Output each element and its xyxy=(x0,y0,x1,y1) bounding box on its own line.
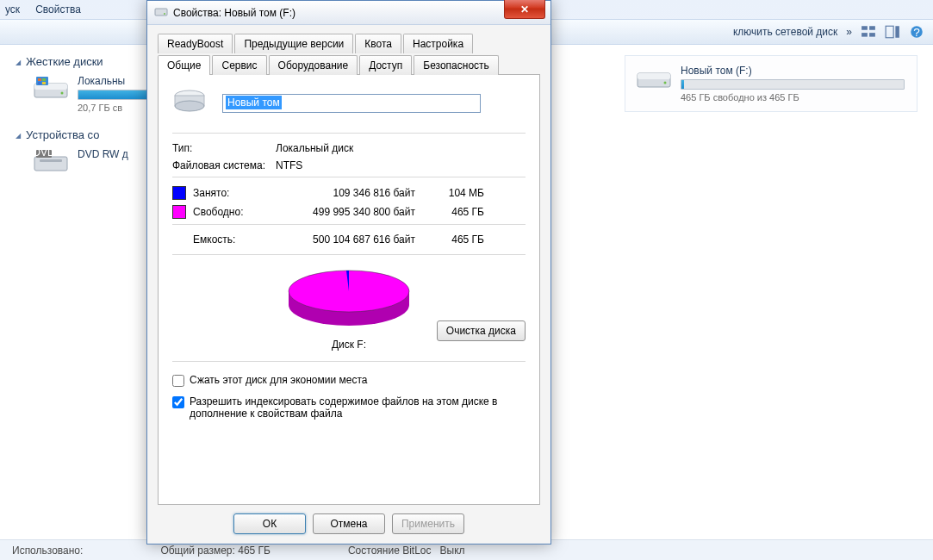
free-human: 465 ГБ xyxy=(415,206,484,218)
status-total-label: Общий размер: xyxy=(160,544,234,557)
hdd-icon xyxy=(636,65,672,92)
fs-value: NTFS xyxy=(276,159,526,171)
dvd-icon: DVD xyxy=(33,148,69,176)
dialog-titlebar[interactable]: Свойства: Новый том (F:) ✕ xyxy=(147,1,550,25)
tab-panel-general: Новый том Тип:Локальный диск Файловая си… xyxy=(158,74,540,505)
dialog-title: Свойства: Новый том (F:) xyxy=(173,7,295,19)
tab-readyboost[interactable]: ReadyBoost xyxy=(158,34,233,53)
svg-point-27 xyxy=(175,101,204,111)
drive-f-bar xyxy=(681,79,905,90)
svg-rect-17 xyxy=(40,159,62,162)
volume-name-input[interactable]: Новый том xyxy=(222,94,481,113)
list-item[interactable]: Новый том (F:) 465 ГБ свободно из 465 ГБ xyxy=(625,55,917,112)
used-label: Занято: xyxy=(193,187,274,199)
cancel-button[interactable]: Отмена xyxy=(313,513,385,534)
status-bitloc-label: Состояние BitLoc xyxy=(348,544,432,557)
svg-rect-4 xyxy=(886,26,893,38)
drive-f-name: Новый том (F:) xyxy=(681,65,905,77)
used-swatch xyxy=(172,186,186,200)
svg-point-10 xyxy=(61,92,64,95)
free-swatch xyxy=(172,205,186,219)
type-value: Локальный диск xyxy=(276,142,526,154)
svg-rect-21 xyxy=(638,73,670,79)
used-bytes: 109 346 816 байт xyxy=(274,187,415,199)
capacity-label: Емкость: xyxy=(193,233,274,246)
tab-general[interactable]: Общие xyxy=(158,55,210,75)
tab-sharing[interactable]: Доступ xyxy=(359,55,412,75)
status-bitloc-value: Выкл xyxy=(440,544,465,557)
toolbar-more[interactable]: » xyxy=(846,26,852,38)
disk-cleanup-button[interactable]: Очистка диска xyxy=(437,320,526,341)
svg-rect-2 xyxy=(861,33,868,37)
status-used-label: Использовано: xyxy=(12,544,83,557)
svg-rect-16 xyxy=(34,157,67,171)
apply-button[interactable]: Применить xyxy=(392,513,464,534)
preview-pane-icon[interactable] xyxy=(885,24,900,40)
status-total-value: 465 ГБ xyxy=(238,544,271,557)
svg-rect-23 xyxy=(155,9,167,16)
svg-rect-1 xyxy=(869,26,875,30)
tab-quota[interactable]: Квота xyxy=(355,34,401,53)
svg-text:DVD: DVD xyxy=(33,148,55,159)
svg-rect-12 xyxy=(38,78,41,81)
svg-rect-3 xyxy=(869,33,875,37)
svg-rect-14 xyxy=(38,82,41,84)
hdd-icon xyxy=(154,4,168,21)
svg-point-24 xyxy=(164,13,165,15)
free-label: Свободно: xyxy=(193,206,274,218)
close-button[interactable]: ✕ xyxy=(504,0,545,19)
menu-properties[interactable]: Свойства xyxy=(35,3,81,16)
view-icon[interactable] xyxy=(861,24,876,40)
svg-rect-5 xyxy=(895,26,899,38)
tab-security[interactable]: Безопасность xyxy=(414,55,499,75)
close-icon: ✕ xyxy=(520,3,529,16)
capacity-bytes: 500 104 687 616 байт xyxy=(274,233,415,246)
free-bytes: 499 995 340 800 байт xyxy=(274,206,415,218)
disk-usage-pie xyxy=(276,262,422,329)
svg-rect-13 xyxy=(42,78,46,81)
toolbar-map-drive[interactable]: ключить сетевой диск xyxy=(733,26,837,38)
capacity-human: 465 ГБ xyxy=(415,233,484,246)
svg-point-22 xyxy=(664,82,667,84)
index-checkbox[interactable] xyxy=(172,396,184,408)
tab-customize[interactable]: Настройка xyxy=(403,34,473,53)
help-icon[interactable]: ? xyxy=(909,24,924,40)
used-human: 104 МБ xyxy=(415,187,484,199)
drive-f-free: 465 ГБ свободно из 465 ГБ xyxy=(681,92,905,103)
volume-name-value: Новый том xyxy=(226,96,282,109)
fs-label: Файловая система: xyxy=(172,159,276,171)
tab-previous-versions[interactable]: Предыдущие версии xyxy=(234,34,353,53)
ok-button[interactable]: ОК xyxy=(233,513,306,534)
svg-text:?: ? xyxy=(913,26,920,39)
tab-hardware[interactable]: Оборудование xyxy=(269,55,358,75)
index-label[interactable]: Разрешить индексировать содержимое файло… xyxy=(190,395,500,420)
svg-rect-0 xyxy=(861,26,868,30)
compress-checkbox[interactable] xyxy=(172,375,184,387)
compress-label[interactable]: Сжать этот диск для экономии места xyxy=(190,374,367,386)
type-label: Тип: xyxy=(172,142,276,154)
hdd-icon xyxy=(33,75,69,103)
tab-tools[interactable]: Сервис xyxy=(212,55,266,75)
hdd-icon xyxy=(172,87,207,119)
properties-dialog: Свойства: Новый том (F:) ✕ ReadyBoost Пр… xyxy=(146,0,551,544)
start-fragment[interactable]: уск xyxy=(5,3,20,16)
svg-rect-15 xyxy=(42,82,46,84)
